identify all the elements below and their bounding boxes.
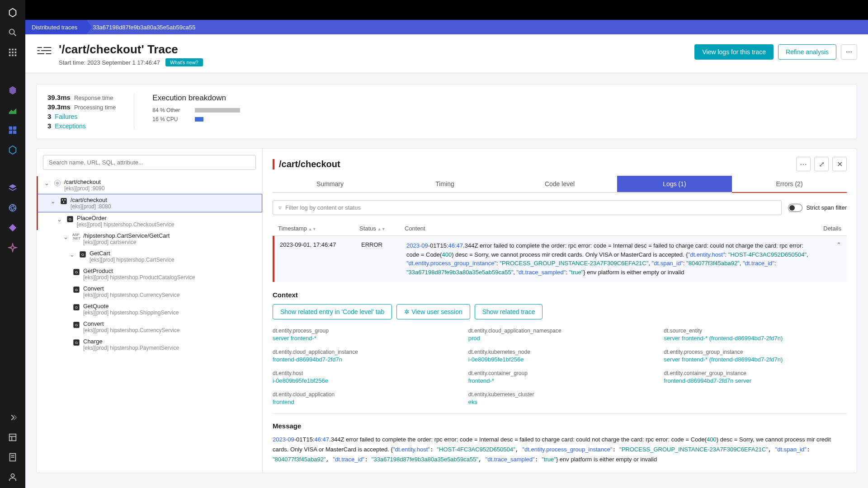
context-item-value[interactable]: frontend-d86994bd7-2fd7n	[273, 356, 456, 363]
nav-aperture-icon[interactable]	[4, 199, 22, 217]
chevron-down-icon[interactable]: ⌄	[70, 251, 76, 258]
breadcrumb-current[interactable]: 33a67198d87fe9b3a80a35e5ab59ca55	[86, 20, 204, 34]
view-logs-button[interactable]: View logs for this trace	[694, 44, 774, 60]
tree-node[interactable]: GCharge[eks][prod] hipstershop.PaymentSe…	[37, 336, 262, 353]
context-item-value[interactable]: server frontend-* (frontend-d86994bd7-2f…	[664, 335, 847, 342]
apps-icon[interactable]	[4, 43, 22, 61]
context-item-value[interactable]: prod	[468, 335, 651, 342]
breakdown-other-label: 84 % Other	[152, 107, 189, 113]
tree-node[interactable]: ⌄GGetCart[eks][prod] hipstershop.CartSer…	[37, 248, 262, 265]
svg-rect-7	[15, 52, 17, 53]
tree-node[interactable]: GConvert[eks][prod] hipstershop.Currency…	[37, 283, 262, 300]
svg-point-33	[64, 199, 66, 201]
breadcrumb: Distributed traces 33a67198d87fe9b3a80a3…	[25, 20, 868, 34]
strict-span-toggle[interactable]	[788, 204, 802, 212]
context-item-value[interactable]: i-0e809b95fe1bf256e	[468, 356, 651, 363]
span-title: GetQuote	[83, 303, 179, 310]
tab-timing[interactable]: Timing	[387, 176, 502, 192]
tree-node[interactable]: ⌄/cart/checkout[eks][prod] :8080	[37, 194, 262, 212]
processing-time-value: 39.3ms	[47, 103, 71, 111]
detail-expand-button[interactable]: ⤢	[814, 157, 829, 171]
main-content: Distributed traces 33a67198d87fe9b3a80a3…	[25, 0, 868, 488]
nav-chart-icon[interactable]	[4, 101, 22, 119]
show-code-level-entry-button[interactable]: Show related entry in 'Code level' tab	[273, 304, 392, 319]
detail-more-button[interactable]: ⋯	[796, 157, 811, 171]
log-row[interactable]: 2023-09-01, 17:46:47 ERROR 2023-09-01T15…	[273, 236, 847, 282]
nav-cube-icon[interactable]	[4, 81, 22, 99]
svg-text:G: G	[75, 341, 78, 345]
show-related-trace-button[interactable]: Show related trace	[475, 304, 543, 319]
tab-code-level[interactable]: Code level	[502, 176, 617, 192]
log-filter-placeholder: Filter log by content or status	[285, 204, 361, 211]
context-item: dt.entity.cloud_application_namespacepro…	[468, 328, 651, 342]
nav-grid-icon[interactable]	[4, 121, 22, 139]
nav-diamond-icon[interactable]	[4, 219, 22, 237]
chevron-down-icon[interactable]: ⌄	[63, 234, 70, 240]
span-subtitle: [eks][prod] hipstershop.CurrencyService	[83, 292, 179, 298]
log-filter-input[interactable]: ▿ Filter log by content or status	[273, 200, 782, 215]
context-item: dt.entity.process_groupserver frontend-*	[273, 328, 456, 342]
page-header: '/cart/checkout' Trace Start time: 2023 …	[25, 34, 868, 73]
nav-hex-icon[interactable]	[4, 141, 22, 159]
svg-point-32	[62, 199, 63, 201]
chevron-down-icon[interactable]: ⌄	[57, 216, 63, 223]
failures-link[interactable]: Failures	[55, 113, 77, 120]
context-item-value[interactable]: eks	[468, 399, 651, 405]
tree-node[interactable]: GGetProduct[eks][prod] hipstershop.Produ…	[37, 265, 262, 283]
tab-errors[interactable]: Errors (2)	[732, 176, 847, 192]
span-subtitle: [eks][prod] hipstershop.CheckoutService	[77, 221, 174, 228]
span-search-input[interactable]	[43, 155, 256, 170]
more-actions-button[interactable]: ⋯	[841, 44, 857, 60]
svg-line-1	[14, 34, 16, 36]
refine-analysis-button[interactable]: Refine analysis	[778, 44, 836, 60]
message-section: Message 2023-09-01T15:46:47.344Z error f…	[273, 422, 847, 465]
whats-new-badge[interactable]: What's new?	[165, 58, 203, 66]
nav-dashboards-icon[interactable]	[4, 428, 22, 446]
context-item-label: dt.entity.cloud_application_instance	[273, 349, 456, 355]
search-icon[interactable]	[4, 23, 22, 42]
context-item-value[interactable]: frontend-*	[468, 377, 651, 384]
chevron-down-icon[interactable]: ⌄	[44, 180, 51, 187]
tree-node[interactable]: ⌄ASP.NET/hipstershop.CartService/GetCart…	[37, 230, 262, 248]
expand-sidebar-icon[interactable]	[4, 408, 22, 427]
detail-close-button[interactable]: ✕	[832, 157, 847, 171]
log-content: 2023-09-01T15:46:47.344Z error failed to…	[406, 241, 814, 277]
response-time-value: 39.3ms	[47, 94, 71, 101]
tree-node[interactable]: ⌄GPlaceOrder[eks][prod] hipstershop.Chec…	[37, 212, 262, 230]
context-item-label: dt.source_entity	[664, 328, 847, 334]
view-user-session-button[interactable]: ✲ View user session	[396, 304, 470, 319]
tree-node[interactable]: GConvert[eks][prod] hipstershop.Currency…	[37, 318, 262, 336]
svg-text:G: G	[75, 305, 78, 310]
col-status[interactable]: Status▲▼	[359, 225, 396, 232]
svg-rect-4	[15, 49, 17, 51]
tree-node[interactable]: GGetQuote[eks][prod] hipstershop.Shippin…	[37, 300, 262, 318]
col-timestamp[interactable]: Timestamp▲▼	[278, 225, 350, 232]
span-subtitle: [eks][prod] hipstershop.PaymentService	[83, 345, 179, 351]
context-item-value[interactable]: server frontend-* (frontend-d86994bd7-2f…	[664, 356, 847, 363]
nav-user-icon[interactable]	[4, 468, 22, 486]
logo-icon[interactable]	[4, 4, 22, 22]
chevron-down-icon[interactable]: ⌄	[51, 198, 57, 205]
context-item-value[interactable]: i-0e809b95fe1bf256e	[273, 377, 456, 384]
context-item-value[interactable]: frontend-d86994bd7-2fd7n server	[664, 377, 847, 384]
log-expand-icon[interactable]: ⌃	[823, 241, 841, 248]
nav-spark-icon[interactable]	[4, 239, 22, 257]
tab-summary[interactable]: Summary	[273, 176, 387, 192]
col-details: Details	[814, 225, 841, 232]
context-item: dt.entity.hosti-0e809b95fe1bf256e	[273, 370, 456, 384]
svg-rect-16	[9, 434, 16, 441]
exceptions-link[interactable]: Exceptions	[55, 122, 85, 130]
nav-reports-icon[interactable]	[4, 448, 22, 466]
tab-logs[interactable]: Logs (1)	[617, 176, 732, 192]
span-title: /cart/checkout	[71, 197, 111, 203]
context-item-value[interactable]: server frontend-*	[273, 335, 456, 342]
tree-node[interactable]: ⌄G/cart/checkout[eks][prod] :9090	[37, 176, 262, 194]
svg-text:G: G	[81, 253, 84, 257]
context-title: Context	[273, 291, 847, 299]
breadcrumb-parent[interactable]: Distributed traces	[25, 20, 86, 34]
context-item-value[interactable]: frontend	[273, 399, 456, 405]
breakdown-title: Execution breakdown	[152, 94, 846, 103]
nav-layers-icon[interactable]	[4, 179, 22, 197]
svg-rect-14	[13, 131, 16, 134]
span-subtitle: [eks][prod] :9090	[64, 185, 104, 192]
